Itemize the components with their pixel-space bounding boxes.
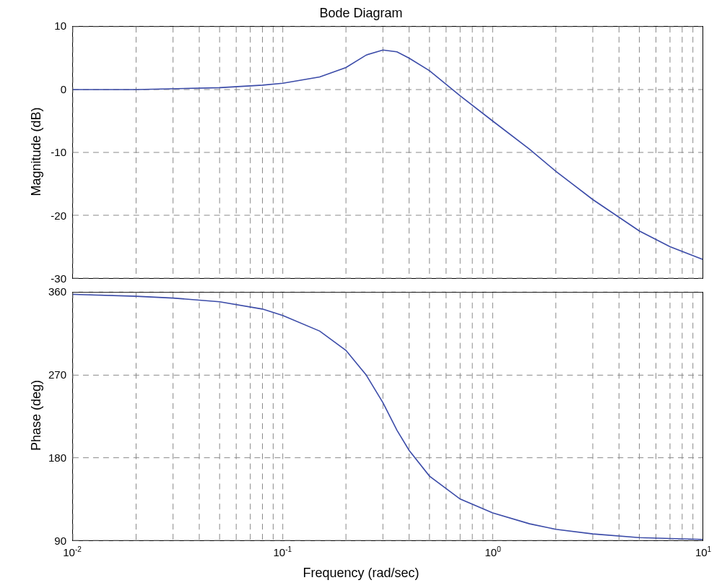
x-tick-label: 10-2 bbox=[63, 545, 82, 558]
x-axis-label: Frequency (rad/sec) bbox=[0, 566, 722, 581]
x-tick-label: 100 bbox=[485, 545, 501, 558]
phase-plot bbox=[72, 292, 703, 541]
phase-ytick-label: 180 bbox=[38, 451, 66, 464]
chart-title: Bode Diagram bbox=[0, 6, 722, 21]
phase-ytick-label: 90 bbox=[38, 535, 66, 547]
x-tick-label: 101 bbox=[695, 545, 711, 558]
magnitude-plot bbox=[72, 26, 703, 279]
magnitude-ytick-label: -20 bbox=[38, 209, 66, 222]
magnitude-ytick-label: 10 bbox=[38, 20, 66, 32]
phase-ytick-label: 360 bbox=[38, 285, 66, 298]
magnitude-ytick-label: 0 bbox=[38, 83, 66, 95]
magnitude-ytick-label: -10 bbox=[38, 146, 66, 158]
x-tick-label: 10-1 bbox=[274, 545, 292, 558]
phase-ytick-label: 270 bbox=[38, 368, 66, 381]
magnitude-ytick-label: -30 bbox=[38, 272, 66, 285]
phase-ylabel: Phase (deg) bbox=[29, 343, 43, 488]
bode-diagram-container: Bode Diagram Magnitude (dB) -30-20-10010… bbox=[0, 0, 722, 588]
